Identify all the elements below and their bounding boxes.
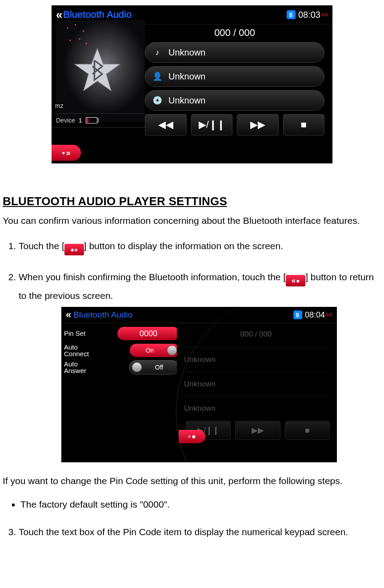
s1-clock: 08:03: [298, 10, 320, 20]
pinset-label: Pin Set: [64, 330, 100, 337]
artist-text: mz: [55, 102, 64, 109]
dim-stop: ■: [285, 421, 330, 440]
disc-icon: 💿: [152, 95, 162, 105]
s1-left-pane: mz Device 1: [52, 24, 145, 140]
autoconnect-row: Auto Connect On: [64, 343, 180, 358]
dim-next: ▶▶: [235, 421, 280, 440]
track-row: ♪ Unknown: [145, 42, 324, 63]
doc-step-3: Touch the text box of the Pin Code item …: [19, 523, 381, 541]
s1-right-pane: 000 / 000 ♪ Unknown 👤 Unknown 💿 Unknown …: [145, 24, 332, 140]
bluetooth-icon: ฿: [287, 10, 296, 19]
autoanswer-value: Off: [142, 361, 176, 373]
playpause-button[interactable]: ▶/❙❙: [191, 114, 233, 135]
toggle-knob: [167, 346, 177, 355]
document-body: BLUETOOTH AUDIO PLAYER SETTINGS You can …: [3, 195, 381, 541]
track-counter: 000 / 000: [145, 27, 324, 39]
screenshot-2: « Bluetooth Audio ฿ 08:04 AM Pin Set 000…: [61, 307, 337, 462]
autoconnect-label: Auto Connect: [64, 344, 100, 358]
doc-intro: You can confirm various information conc…: [3, 215, 381, 227]
autoanswer-row: Auto Answer Off: [64, 360, 180, 375]
settings-panel: Pin Set 0000 Auto Connect On: [61, 323, 183, 446]
doc-steps: Touch the [●»] button to display the inf…: [3, 237, 381, 462]
step2-text-a: When you finish confirming the Bluetooth…: [19, 272, 286, 282]
play-controls: ◀◀ ▶/❙❙ ▶▶ ■: [145, 114, 324, 135]
doc-bullet-1: The factory default setting is "0000".: [20, 497, 381, 512]
screenshot-1: « Bluetooth Audio ฿ 08:03 AM mz Device 1: [52, 5, 332, 163]
dim-controls: ▶/❙❙ ▶▶ ■: [186, 421, 330, 440]
autoanswer-toggle[interactable]: Off: [129, 360, 180, 374]
autoconnect-toggle[interactable]: On: [130, 344, 180, 357]
artist-icon: 👤: [152, 72, 162, 81]
step1-text-a: Touch the [: [19, 241, 64, 251]
doc-step-1: Touch the [●»] button to display the inf…: [19, 237, 381, 255]
doc-steps-cont: Touch the text box of the Pin Code item …: [3, 523, 381, 541]
next-button[interactable]: ▶▶: [237, 114, 279, 135]
album-value: Unknown: [168, 95, 205, 106]
back-icon[interactable]: «: [56, 8, 59, 22]
device-label: Device: [56, 117, 75, 124]
pinset-textbox[interactable]: 0000: [117, 327, 180, 340]
toggle-knob: [132, 362, 142, 372]
collapse-icon-inline: ●: [286, 275, 305, 286]
doc-para-2: If you want to change the Pin Code setti…: [3, 475, 381, 487]
doc-step-2: When you finish confirming the Bluetooth…: [19, 268, 381, 462]
autoconnect-value: On: [132, 344, 167, 357]
doc-bullets: The factory default setting is "0000".: [3, 497, 381, 512]
s1-ampm: AM: [321, 12, 328, 17]
track-value: Unknown: [168, 48, 205, 58]
doc-heading: BLUETOOTH AUDIO PLAYER SETTINGS: [3, 195, 381, 208]
pinset-row: Pin Set 0000: [64, 326, 180, 341]
artist-row: 👤 Unknown: [145, 66, 324, 87]
expand-drawer-button[interactable]: ●»: [52, 145, 81, 161]
device-value: 1: [79, 117, 82, 124]
bluetooth-star-icon: [73, 46, 122, 95]
battery-icon: [86, 117, 97, 123]
prev-button[interactable]: ◀◀: [145, 114, 187, 135]
collapse-drawer-button[interactable]: «●: [179, 430, 205, 443]
expand-icon-inline: ●»: [64, 244, 84, 255]
autoanswer-label: Auto Answer: [64, 361, 100, 375]
artist-value: Unknown: [168, 72, 205, 82]
step1-text-b: ] button to display the information on t…: [84, 241, 283, 251]
music-note-icon: ♪: [152, 48, 162, 57]
album-row: 💿 Unknown: [145, 90, 324, 111]
device-row: Device 1: [53, 113, 145, 127]
s1-title: Bluetooth Audio: [63, 9, 287, 20]
back-icon[interactable]: «: [66, 307, 69, 325]
stop-button[interactable]: ■: [283, 114, 325, 135]
